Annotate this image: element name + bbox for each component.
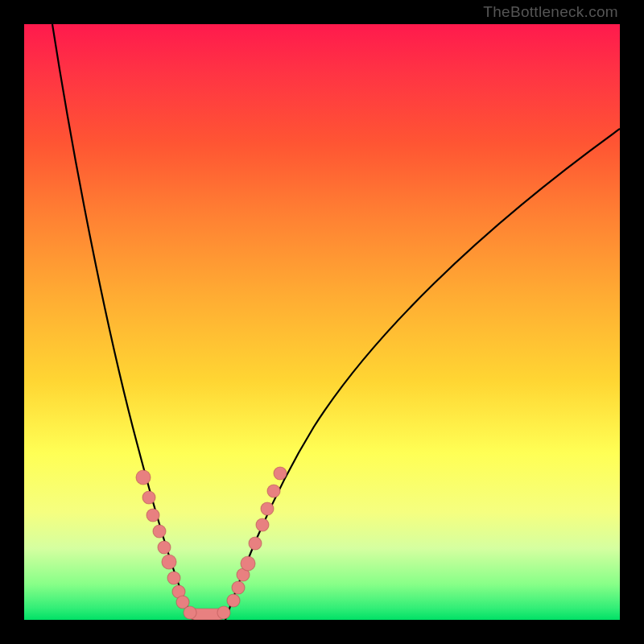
watermark-text: TheBottleneck.com	[483, 3, 618, 21]
scatter-dot	[136, 470, 151, 485]
scatter-dot	[232, 581, 245, 594]
scatter-dot	[162, 555, 176, 569]
curve-right	[225, 129, 620, 620]
valley-blob-end	[184, 606, 196, 619]
curve-left	[52, 24, 193, 620]
valley-blob-end	[217, 606, 230, 619]
scatter-dot	[249, 537, 262, 550]
scatter-dot	[241, 556, 255, 571]
scatter-dot	[142, 491, 155, 504]
scatter-dot	[158, 541, 171, 554]
scatter-dot	[153, 525, 166, 538]
scatter-dot	[227, 594, 240, 607]
scatter-dot	[261, 502, 274, 515]
chart-container: TheBottleneck.com	[0, 0, 644, 644]
scatter-dot	[267, 485, 280, 497]
scatter-dot	[167, 572, 180, 584]
scatter-dot	[256, 518, 269, 531]
chart-svg	[24, 24, 620, 620]
scatter-dot	[147, 509, 159, 522]
scatter-dot	[274, 467, 287, 480]
